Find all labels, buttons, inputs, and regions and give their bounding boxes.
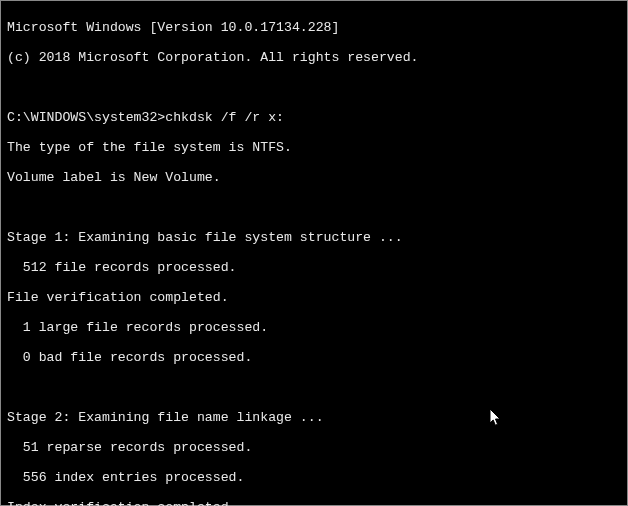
command-prompt-window[interactable]: Microsoft Windows [Version 10.0.17134.22… (0, 0, 628, 506)
stage2-line: 556 index entries processed. (7, 470, 621, 485)
output-vol-label: Volume label is New Volume. (7, 170, 621, 185)
stage1-line: 1 large file records processed. (7, 320, 621, 335)
blank-line (7, 200, 621, 215)
stage1-line: 512 file records processed. (7, 260, 621, 275)
stage1-title: Stage 1: Examining basic file system str… (7, 230, 621, 245)
os-banner-line1: Microsoft Windows [Version 10.0.17134.22… (7, 20, 621, 35)
stage2-title: Stage 2: Examining file name linkage ... (7, 410, 621, 425)
os-banner-line2: (c) 2018 Microsoft Corporation. All righ… (7, 50, 621, 65)
blank-line (7, 80, 621, 95)
stage1-line: File verification completed. (7, 290, 621, 305)
prompt-path: C:\WINDOWS\system32> (7, 110, 165, 125)
stage1-line: 0 bad file records processed. (7, 350, 621, 365)
typed-command: chkdsk /f /r x: (165, 110, 284, 125)
stage2-line: Index verification completed. (7, 500, 621, 506)
stage2-line: 51 reparse records processed. (7, 440, 621, 455)
blank-line (7, 380, 621, 395)
prompt-line: C:\WINDOWS\system32>chkdsk /f /r x: (7, 110, 621, 125)
output-fs-type: The type of the file system is NTFS. (7, 140, 621, 155)
